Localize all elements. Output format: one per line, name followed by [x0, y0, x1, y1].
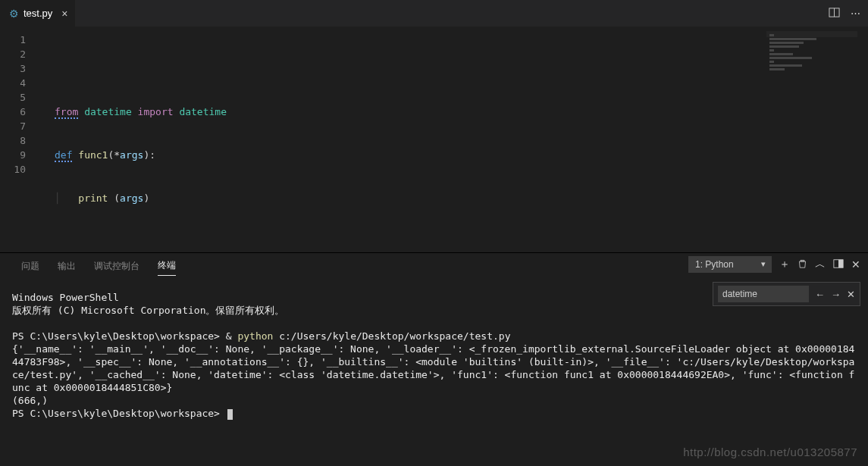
editor-tabbar: ⚙ test.py × ⋯	[0, 0, 868, 27]
line-number-gutter: 1 2 3 4 5 6 7 8 9 10	[0, 27, 39, 252]
terminal-search-input[interactable]	[718, 286, 809, 302]
tab-filename: test.py	[24, 8, 52, 19]
bottom-panel: 问题 输出 调试控制台 终端 1: Python ＋ ︿ ✕ ← → ✕ Win…	[0, 252, 868, 466]
line-number: 2	[0, 47, 39, 61]
terminal-line: Windows PowerShell	[12, 292, 119, 303]
terminal-text: &	[226, 330, 238, 342]
terminal-text: c:/Users/kyle/Desktop/workspace/test.py	[273, 330, 510, 342]
terminal-command: python	[237, 330, 273, 342]
code-line	[39, 234, 868, 249]
code-line: │ print (args)	[39, 191, 868, 205]
svg-rect-3	[838, 259, 843, 267]
terminal-cursor	[227, 409, 233, 420]
line-number: 10	[0, 162, 39, 177]
editor[interactable]: 1 2 3 4 5 6 7 8 9 10 from datetime impor…	[0, 27, 868, 252]
line-number: 7	[0, 119, 39, 133]
panel-actions: 1: Python ＋ ︿ ✕	[688, 256, 860, 273]
more-icon[interactable]: ⋯	[851, 8, 860, 19]
terminal-search: ← → ✕	[713, 282, 860, 306]
terminal-prompt: PS C:\Users\kyle\Desktop\workspace>	[12, 408, 226, 419]
terminal-selector[interactable]: 1: Python	[688, 256, 772, 273]
terminal-line: 版权所有 (C) Microsoft Corporation。保留所有权利。	[12, 305, 285, 316]
terminal-line: {'__name__': '__main__', '__doc__': None…	[12, 343, 854, 393]
panel-tab-debug-console[interactable]: 调试控制台	[94, 260, 139, 273]
python-file-icon: ⚙	[9, 8, 19, 20]
watermark: http://blog.csdn.net/u013205877	[683, 446, 857, 458]
tabbar-left: ⚙ test.py ×	[0, 0, 76, 27]
line-number: 1	[0, 33, 39, 47]
terminal-prompt: PS C:\Users\kyle\Desktop\workspace>	[12, 330, 226, 342]
search-next-icon[interactable]: →	[831, 289, 841, 300]
line-number: 4	[0, 76, 39, 90]
new-terminal-button[interactable]: ＋	[779, 258, 790, 271]
terminal-line: (666,)	[12, 395, 48, 406]
panel-close-button[interactable]: ✕	[851, 258, 860, 271]
kill-terminal-button[interactable]	[797, 258, 807, 271]
panel-tab-output[interactable]: 输出	[58, 260, 76, 273]
panel-maximize-button[interactable]: ︿	[815, 258, 826, 271]
split-editor-icon[interactable]	[829, 7, 840, 20]
panel-tab-terminal[interactable]: 终端	[158, 259, 176, 276]
code-area[interactable]: from datetime import datetime def func1(…	[39, 27, 868, 252]
terminal-selector-wrap: 1: Python	[688, 256, 772, 273]
close-tab-icon[interactable]: ×	[61, 8, 67, 20]
tab-test-py[interactable]: ⚙ test.py ×	[0, 0, 76, 27]
line-number: 8	[0, 133, 39, 148]
panel-split-button[interactable]	[833, 258, 844, 271]
line-number: 3	[0, 61, 39, 76]
search-prev-icon[interactable]: ←	[815, 289, 825, 300]
code-line: def func1(*args):	[39, 148, 868, 162]
terminal-output[interactable]: Windows PowerShell 版权所有 (C) Microsoft Co…	[0, 279, 868, 466]
search-close-icon[interactable]: ✕	[847, 289, 855, 300]
line-number: 6	[0, 105, 39, 119]
code-line	[39, 61, 868, 76]
tabbar-actions: ⋯	[829, 0, 868, 27]
code-line: from datetime import datetime	[39, 105, 868, 119]
line-number: 5	[0, 90, 39, 105]
panel-tab-problems[interactable]: 问题	[21, 260, 39, 273]
minimap[interactable]	[766, 31, 857, 92]
line-number: 9	[0, 148, 39, 162]
